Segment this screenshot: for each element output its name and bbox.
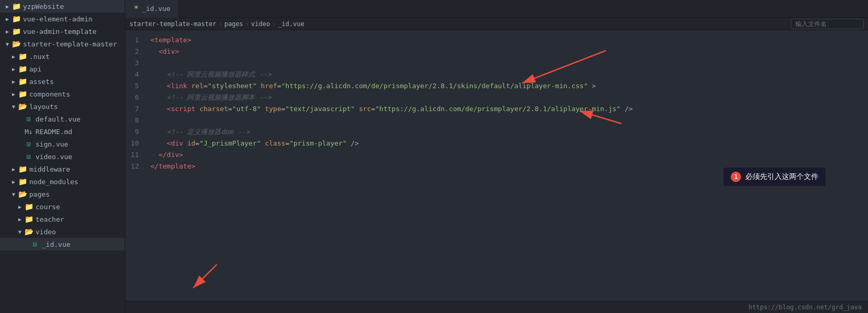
sidebar-item-api[interactable]: ▶ 📁 api: [0, 63, 125, 75]
sidebar-label: yzpWebsite: [23, 3, 64, 10]
line-numbers: 123456789101112: [125, 30, 146, 313]
file-search-input[interactable]: [791, 19, 864, 29]
sidebar-item-teacher[interactable]: ▶ 📁 teacher: [0, 213, 125, 225]
chevron-right-icon: ▶: [4, 16, 10, 22]
folder-open-icon: 📂: [11, 39, 21, 49]
line-number: 2: [125, 46, 142, 57]
sidebar-label: middleware: [29, 165, 70, 173]
sidebar-item-layouts[interactable]: ▼ 📂 layouts: [0, 100, 125, 113]
code-line: <script charset="utf-8" type="text/javas…: [150, 103, 868, 115]
code-line: [150, 115, 868, 126]
sidebar-item-video-vue[interactable]: ▶ ⊡ video.vue: [0, 150, 125, 163]
folder-open-icon: 📂: [18, 189, 27, 199]
chevron-right-icon: ▶: [10, 91, 17, 97]
sidebar-label: components: [29, 90, 70, 98]
tab-label: _id.vue: [142, 5, 171, 13]
code-content: <template> <div> <!-- 阿里云视频播放器样式 --> <li…: [146, 30, 868, 313]
line-number: 7: [125, 103, 142, 115]
sidebar-label: sign.vue: [36, 140, 68, 148]
folder-open-icon: 📂: [18, 102, 27, 111]
sidebar-item-video[interactable]: ▼ 📂 video: [0, 225, 125, 238]
folder-icon: 📁: [18, 164, 27, 174]
folder-icon: 📁: [11, 2, 21, 11]
sidebar-label: pages: [29, 190, 50, 198]
folder-icon: 📁: [11, 14, 21, 23]
chevron-down-icon: ▼: [4, 41, 10, 47]
sidebar-label: assets: [29, 78, 54, 86]
line-number: 10: [125, 138, 142, 149]
sidebar-item-vue-element-admin[interactable]: ▶ 📁 vue-element-admin: [0, 13, 125, 25]
sidebar-label: layouts: [29, 103, 58, 111]
sidebar-item-pages[interactable]: ▼ 📂 pages: [0, 188, 125, 200]
chevron-down-icon: ▼: [17, 228, 23, 235]
file-icon: ⊡: [24, 152, 33, 161]
sidebar-label: node_modules: [29, 178, 78, 186]
line-number: 1: [125, 34, 142, 46]
code-line: [150, 57, 868, 69]
chevron-right-icon: ▶: [4, 28, 10, 34]
sidebar-item-course[interactable]: ▶ 📁 course: [0, 200, 125, 213]
sidebar-item-yzpWebsite[interactable]: ▶ 📁 yzpWebsite: [0, 0, 125, 13]
chevron-right-icon: ▶: [10, 166, 17, 172]
sidebar-label: .nuxt: [29, 53, 50, 61]
folder-icon: 📁: [11, 27, 21, 36]
sidebar-item-readme-md[interactable]: ▶ M↓ README.md: [0, 125, 125, 138]
sidebar-label: starter-template-master: [23, 40, 117, 48]
sidebar-label: course: [36, 203, 60, 211]
sidebar-item-middleware[interactable]: ▶ 📁 middleware: [0, 163, 125, 175]
sidebar-item-components[interactable]: ▶ 📁 components: [0, 88, 125, 100]
breadcrumb-sep: ›: [245, 20, 249, 28]
folder-icon: 📁: [18, 52, 27, 61]
folder-icon: 📁: [18, 89, 27, 99]
editor-area: * _id.vue starter-template-master › page…: [125, 0, 868, 313]
code-line: </template>: [150, 161, 868, 172]
chevron-right-icon: ▶: [10, 178, 17, 185]
sidebar-label: vue-admin-template: [23, 28, 97, 35]
code-line: <template>: [150, 34, 868, 46]
chevron-right-icon: ▶: [17, 216, 23, 222]
chevron-down-icon: ▼: [10, 191, 17, 197]
chevron-right-icon: ▶: [17, 203, 23, 210]
chevron-right-icon: ▶: [10, 78, 17, 85]
sidebar-item-assets[interactable]: ▶ 📁 assets: [0, 75, 125, 88]
sidebar-label: teacher: [36, 215, 64, 223]
csdn-link[interactable]: https://blog.csdn.net/grd_java: [748, 304, 862, 311]
breadcrumb-part-0: starter-template-master: [130, 20, 216, 28]
breadcrumb-part-2: video: [251, 20, 270, 28]
line-number: 6: [125, 92, 142, 103]
file-icon: ⊡: [24, 139, 33, 149]
sidebar-label: _id.vue: [42, 240, 71, 248]
editor-tab[interactable]: * _id.vue: [125, 0, 179, 18]
line-number: 12: [125, 161, 142, 172]
sidebar-item-sign-vue[interactable]: ▶ ⊡ sign.vue: [0, 138, 125, 150]
sidebar-item-default-vue[interactable]: ▶ ⊡ default.vue: [0, 113, 125, 125]
folder-icon: 📁: [24, 202, 33, 211]
folder-icon: 📁: [18, 177, 27, 186]
file-icon: ⊡: [30, 239, 40, 249]
line-number: 8: [125, 115, 142, 126]
sidebar-item-vue-admin-template[interactable]: ▶ 📁 vue-admin-template: [0, 25, 125, 38]
sidebar-item-node-modules[interactable]: ▶ 📁 node_modules: [0, 175, 125, 188]
modified-dot: *: [134, 5, 139, 13]
sidebar-item-nuxt[interactable]: ▶ 📁 .nuxt: [0, 50, 125, 63]
sidebar-label: README.md: [36, 128, 72, 136]
breadcrumb-sep: ›: [272, 20, 276, 28]
sidebar: ▶ 📁 yzpWebsite ▶ 📁 vue-element-admin ▶ 📁…: [0, 0, 125, 313]
sidebar-label: video.vue: [36, 153, 72, 161]
chevron-down-icon: ▼: [10, 103, 17, 110]
code-editor[interactable]: 123456789101112 <template> <div> <!-- 阿里…: [125, 30, 868, 313]
sidebar-item-starter-template-master[interactable]: ▼ 📂 starter-template-master: [0, 38, 125, 50]
tab-bar: * _id.vue: [125, 0, 868, 18]
file-icon: ⊡: [24, 114, 33, 124]
line-number: 4: [125, 69, 142, 80]
code-line: <div id="J_prismPlayer" class="prism-pla…: [150, 138, 868, 149]
sidebar-item-id-vue[interactable]: ▶ ⊡ _id.vue: [0, 238, 125, 250]
line-number: 9: [125, 126, 142, 138]
breadcrumb-part-1: pages: [224, 20, 243, 28]
code-line: <div>: [150, 46, 868, 57]
sidebar-label: video: [36, 228, 56, 236]
breadcrumb-part-3: _id.vue: [278, 20, 304, 28]
breadcrumb: starter-template-master › pages › video …: [125, 18, 868, 30]
code-line: <!-- 阿里云视频播放器脚本 -->: [150, 92, 868, 103]
line-number: 11: [125, 149, 142, 161]
